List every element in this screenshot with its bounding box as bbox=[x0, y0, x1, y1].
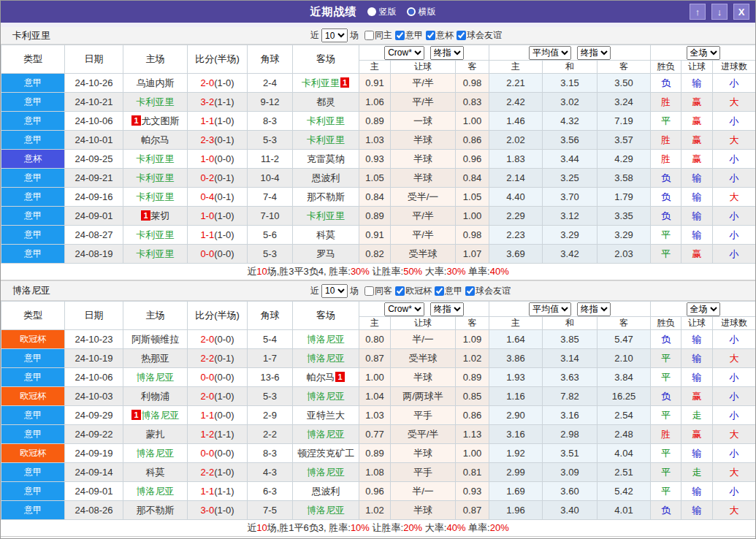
filter-checkbox-serie-a[interactable]: 意甲 bbox=[435, 285, 462, 297]
filter-checkbox-friendly[interactable]: 球会友谊 bbox=[457, 29, 502, 42]
handicap-cell: 平手 bbox=[391, 463, 456, 482]
result-cell: 平 bbox=[651, 406, 681, 425]
horizontal-layout-radio[interactable]: 横版 bbox=[407, 6, 436, 18]
corners-cell: 5-3 bbox=[248, 131, 293, 150]
crow-home-odds: 0.77 bbox=[359, 425, 391, 444]
avg-final-select[interactable]: 终指 bbox=[577, 302, 611, 316]
match-date: 24-10-19 bbox=[65, 349, 123, 368]
home-team-cell: 科莫 bbox=[123, 463, 188, 482]
halftime-score: (1-1) bbox=[214, 486, 234, 497]
match-row: 意甲24-10-01帕尔马2-3(0-1)5-3卡利亚里1.03半球0.862.… bbox=[1, 131, 756, 150]
match-row: 意甲24-10-21卡利亚里3-2(1-1)9-12都灵1.06平/半0.832… bbox=[1, 93, 756, 112]
serie-a-checkbox[interactable] bbox=[395, 31, 405, 40]
match-row: 欧冠杯24-10-03利物浦2-0(1-0)5-3博洛尼亚1.04两/两球半0.… bbox=[1, 387, 756, 406]
match-date: 24-08-27 bbox=[65, 226, 123, 245]
crow-away-odds: 1.05 bbox=[456, 188, 489, 207]
serie-a-checkbox[interactable] bbox=[435, 286, 444, 296]
result-cell: 平 bbox=[651, 245, 681, 264]
team-name: 卡利亚里 bbox=[137, 191, 175, 202]
result-cell: 平 bbox=[651, 226, 681, 245]
avg-home-odds: 2.99 bbox=[489, 463, 543, 482]
sub-header-crow-home: 主 bbox=[359, 317, 391, 330]
filter-checkbox-same-home[interactable]: 同主 bbox=[364, 29, 392, 42]
crow-away-odds: 0.85 bbox=[456, 387, 489, 406]
avg-source-select[interactable]: 平均值 bbox=[529, 46, 571, 60]
score-cell: 0-4(0-1) bbox=[188, 188, 248, 207]
recent-count-select[interactable]: 10 bbox=[321, 28, 348, 42]
league-badge: 意甲 bbox=[1, 501, 65, 520]
avg-home-odds: 2.23 bbox=[489, 226, 543, 245]
recent-count-select[interactable]: 10 bbox=[321, 284, 348, 298]
avg-away-odds: 3.35 bbox=[597, 207, 651, 226]
halftime-score: (0-1) bbox=[214, 172, 234, 183]
friendly-checkbox[interactable] bbox=[457, 31, 466, 40]
crow-away-odds: 1.00 bbox=[456, 444, 489, 463]
coppa-checkbox[interactable] bbox=[426, 31, 435, 40]
filter-checkbox-same-away[interactable]: 同客 bbox=[364, 285, 392, 297]
crow-final-select[interactable]: 终指 bbox=[430, 46, 464, 60]
friendly-checkbox[interactable] bbox=[465, 286, 475, 296]
result-cell: 胜 bbox=[651, 425, 681, 444]
home-team-cell: 阿斯顿维拉 bbox=[123, 330, 188, 349]
match-row: 意甲24-10-19热那亚2-2(0-1)1-7博洛尼亚0.87受半球1.023… bbox=[1, 349, 756, 368]
home-team-cell: 利物浦 bbox=[123, 387, 188, 406]
vertical-layout-radio[interactable]: 竖版 bbox=[367, 6, 397, 18]
avg-away-odds: 2.54 bbox=[597, 406, 651, 425]
fullmatch-select[interactable]: 全场 bbox=[687, 46, 720, 60]
crow-source-select[interactable]: Crow* bbox=[384, 302, 424, 316]
avg-source-select[interactable]: 平均值 bbox=[529, 302, 571, 316]
home-team-cell: 1莱切 bbox=[123, 207, 188, 226]
col-header-corner: 角球 bbox=[248, 302, 293, 330]
summary-text: 大率: bbox=[422, 522, 446, 533]
same-home-checkbox[interactable] bbox=[364, 31, 374, 40]
corners-cell: 5-4 bbox=[248, 330, 293, 349]
fullmatch-select[interactable]: 全场 bbox=[687, 302, 720, 316]
match-date: 24-10-26 bbox=[65, 74, 123, 93]
filter-checkbox-friendly[interactable]: 球会友谊 bbox=[465, 285, 511, 297]
avg-away-odds: 1.79 bbox=[597, 188, 651, 207]
sub-header-result: 胜负 bbox=[651, 317, 681, 330]
crow-away-odds: 0.93 bbox=[456, 482, 489, 501]
league-badge: 意甲 bbox=[1, 112, 65, 131]
team-name: 帕尔马 bbox=[306, 372, 335, 383]
filter-checkbox-coppa[interactable]: 意杯 bbox=[426, 29, 454, 42]
crow-final-select[interactable]: 终指 bbox=[430, 302, 464, 316]
summary-text: 近 bbox=[247, 522, 256, 533]
crow-away-odds: 0.89 bbox=[456, 368, 489, 387]
move-down-button[interactable]: ↓ bbox=[711, 4, 728, 20]
crow-away-odds: 0.86 bbox=[456, 406, 489, 425]
goals-result-cell: 小 bbox=[713, 150, 756, 169]
filter-checkbox-serie-a[interactable]: 意甲 bbox=[395, 29, 423, 42]
same-away-checkbox[interactable] bbox=[364, 286, 374, 296]
corners-cell: 9-12 bbox=[248, 93, 293, 112]
avg-final-select[interactable]: 终指 bbox=[577, 46, 611, 60]
sub-header-crow-away: 客 bbox=[456, 317, 489, 330]
team-name: 科莫 bbox=[316, 229, 335, 240]
filter-checkbox-ucl[interactable]: 欧冠杯 bbox=[395, 285, 432, 297]
match-date: 24-10-21 bbox=[65, 93, 123, 112]
corners-cell: 2-4 bbox=[248, 74, 293, 93]
team-name: 卡利亚里 bbox=[137, 229, 175, 240]
goals-result-cell: 大 bbox=[713, 93, 756, 112]
ucl-checkbox[interactable] bbox=[395, 286, 405, 296]
avg-away-odds: 4.01 bbox=[597, 501, 651, 520]
away-team-cell: 博洛尼亚 bbox=[293, 463, 359, 482]
handicap-cell: 半球 bbox=[391, 150, 456, 169]
home-team-cell: 卡利亚里 bbox=[123, 169, 188, 188]
avg-home-odds: 3.69 bbox=[489, 245, 543, 264]
handicap-result-cell: 输 bbox=[681, 207, 713, 226]
handicap-result-cell: 赢 bbox=[681, 93, 713, 112]
sub-header-avg-away: 客 bbox=[597, 61, 651, 74]
team-name: 卡利亚里 bbox=[137, 248, 175, 259]
avg-home-odds: 1.46 bbox=[489, 112, 543, 131]
crow-source-select[interactable]: Crow* bbox=[384, 46, 424, 60]
close-button[interactable]: X bbox=[733, 4, 749, 20]
crow-home-odds: 1.03 bbox=[359, 406, 391, 425]
halftime-score: (0-0) bbox=[214, 448, 234, 459]
handicap-result-cell: 赢 bbox=[681, 387, 713, 406]
move-up-button[interactable]: ↑ bbox=[690, 4, 706, 20]
away-team-cell: 科莫 bbox=[293, 226, 359, 245]
avg-home-odds: 1.92 bbox=[489, 444, 543, 463]
team-name: 热那亚 bbox=[141, 353, 169, 364]
handicap-cell: 两/两球半 bbox=[391, 387, 456, 406]
